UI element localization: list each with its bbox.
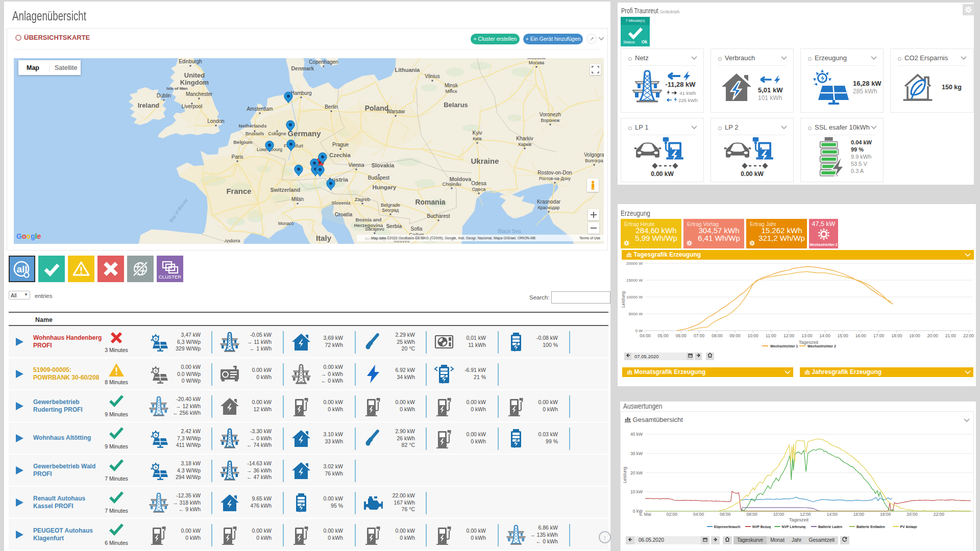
svg-text:Воронеж: Воронеж	[541, 118, 560, 123]
svg-text:09:00: 09:00	[729, 333, 741, 338]
svg-text:Bosnia and: Bosnia and	[355, 217, 381, 222]
svg-text:Kingdom: Kingdom	[180, 79, 209, 86]
svg-text:Leistung: Leistung	[622, 467, 627, 483]
svg-text:Denmark: Denmark	[291, 65, 314, 71]
svg-text:United: United	[184, 71, 205, 79]
svg-text:20:00: 20:00	[927, 333, 939, 338]
svg-text:Poland: Poland	[365, 104, 389, 112]
svg-text:Copenhagen: Copenhagen	[309, 59, 338, 65]
svg-text:Sofia: Sofia	[411, 226, 423, 232]
svg-text:Київ: Київ	[473, 136, 482, 141]
svg-text:Краснодар: Краснодар	[538, 205, 560, 210]
svg-text:5000 W: 5000 W	[628, 312, 643, 316]
svg-text:07:00: 07:00	[694, 333, 705, 338]
svg-text:Tageszeit: Tageszeit	[789, 517, 809, 522]
svg-text:Satellite: Satellite	[55, 64, 78, 71]
svg-text:Isle of Man: Isle of Man	[166, 86, 187, 91]
svg-text:04:00: 04:00	[640, 333, 651, 338]
svg-text:Eigenverbrauch: Eigenverbrauch	[714, 525, 740, 529]
svg-text:PV Anlage: PV Anlage	[900, 525, 918, 529]
svg-text:40 kW: 40 kW	[630, 432, 643, 437]
svg-text:Belarus: Belarus	[444, 101, 468, 109]
svg-text:Lithuania: Lithuania	[395, 67, 421, 73]
svg-text:Wechselrichter 2: Wechselrichter 2	[807, 344, 836, 348]
svg-text:17:00: 17:00	[873, 333, 885, 338]
svg-text:Krasnodar: Krasnodar	[537, 199, 561, 205]
svg-text:Vienna: Vienna	[349, 162, 364, 168]
svg-text:15:00: 15:00	[838, 333, 849, 338]
svg-text:15000 W: 15000 W	[626, 278, 643, 283]
svg-text:06:00: 06:00	[720, 512, 731, 517]
svg-text:Zagreb: Zagreb	[355, 196, 370, 202]
svg-text:12:00: 12:00	[783, 333, 795, 338]
svg-text:20 kW: 20 kW	[630, 470, 643, 475]
svg-text:Volgogra: Volgogra	[584, 152, 604, 158]
svg-text:Ireland: Ireland	[138, 102, 160, 109]
svg-text:14:00: 14:00	[819, 333, 830, 338]
svg-text:16:00: 16:00	[853, 512, 865, 517]
svg-text:14:00: 14:00	[826, 512, 838, 517]
svg-text:08:00: 08:00	[712, 333, 723, 338]
svg-text:10 kW: 10 kW	[630, 489, 643, 494]
svg-text:04:00: 04:00	[693, 512, 704, 517]
svg-text:20000 W: 20000 W	[626, 261, 643, 266]
svg-text:Croatia: Croatia	[335, 212, 353, 217]
svg-text:Italy: Italy	[316, 234, 332, 242]
svg-text:Dublin: Dublin	[157, 93, 171, 98]
svg-text:Kharkiv: Kharkiv	[516, 136, 533, 141]
svg-text:Hamburg: Hamburg	[290, 90, 311, 96]
svg-text:Andorra: Andorra	[225, 238, 240, 243]
svg-text:21:00: 21:00	[945, 333, 957, 338]
svg-text:Chișinău: Chișinău	[443, 181, 461, 187]
svg-text:12:00: 12:00	[800, 512, 811, 517]
svg-text:22:00: 22:00	[963, 333, 974, 338]
svg-text:Leistung: Leistung	[621, 291, 626, 308]
svg-text:Wechselrichter 1: Wechselrichter 1	[770, 344, 798, 348]
svg-text:Belgium: Belgium	[233, 139, 252, 145]
svg-text:Prague: Prague	[332, 142, 349, 147]
svg-text:Batterie Laden: Batterie Laden	[818, 525, 842, 529]
svg-text:Ростов-на-Дону: Ростов-на-Дону	[539, 176, 571, 181]
svg-text:Hungary: Hungary	[373, 184, 397, 190]
svg-text:Belgrade: Belgrade	[381, 202, 400, 208]
svg-text:08:00: 08:00	[747, 512, 758, 517]
svg-text:London: London	[207, 118, 224, 124]
svg-text:Amsterdam: Amsterdam	[247, 106, 273, 112]
svg-text:10:00: 10:00	[748, 333, 759, 338]
svg-text:18:00: 18:00	[880, 512, 891, 517]
svg-text:Bucharest: Bucharest	[427, 213, 450, 219]
svg-text:Vilnius: Vilnius	[425, 73, 439, 79]
svg-text:Београд: Београд	[382, 208, 399, 213]
svg-text:02:00: 02:00	[667, 512, 678, 517]
svg-text:16:00: 16:00	[855, 333, 867, 338]
svg-text:Black Sea: Black Sea	[498, 229, 521, 234]
svg-text:Terms of Use: Terms of Use	[579, 236, 600, 240]
svg-text:Manchester: Manchester	[186, 91, 213, 97]
svg-text:22:00: 22:00	[934, 512, 945, 517]
svg-text:Germany: Germany	[287, 129, 321, 138]
svg-text:Voronezh: Voronezh	[540, 112, 561, 117]
svg-text:Slovakia: Slovakia	[372, 162, 395, 168]
svg-text:Sarajevo: Sarajevo	[365, 226, 384, 232]
svg-text:Google: Google	[16, 232, 41, 240]
svg-text:Czechia: Czechia	[329, 152, 351, 158]
svg-text:Одеса: Одеса	[472, 187, 486, 192]
svg-text:10:00: 10:00	[773, 512, 785, 517]
svg-text:Netherlands: Netherlands	[239, 123, 267, 129]
svg-text:NVP Lieferung: NVP Lieferung	[782, 525, 806, 529]
svg-text:Map: Map	[27, 64, 39, 71]
svg-text:Berlin: Berlin	[325, 104, 338, 110]
svg-text:Odesa: Odesa	[471, 181, 486, 186]
svg-text:Edinburgh: Edinburgh	[179, 59, 202, 64]
svg-text:Ukraine: Ukraine	[471, 157, 499, 165]
svg-text:11:00: 11:00	[766, 333, 776, 338]
svg-text:Serbia: Serbia	[386, 223, 402, 229]
svg-text:Switzerland: Switzerland	[271, 187, 300, 193]
svg-text:0 W: 0 W	[635, 329, 643, 333]
svg-text:Мінск: Мінск	[446, 89, 457, 94]
svg-text:Batterie Entladen: Batterie Entladen	[856, 525, 885, 529]
svg-text:Map data ©2020 GeoBasis-DE/BKG: Map data ©2020 GeoBasis-DE/BKG (©2009), …	[371, 236, 536, 240]
svg-text:20:00: 20:00	[906, 512, 918, 517]
svg-text:Rostov-on-Don: Rostov-on-Don	[537, 170, 572, 176]
svg-text:Kyiv: Kyiv	[473, 130, 482, 136]
